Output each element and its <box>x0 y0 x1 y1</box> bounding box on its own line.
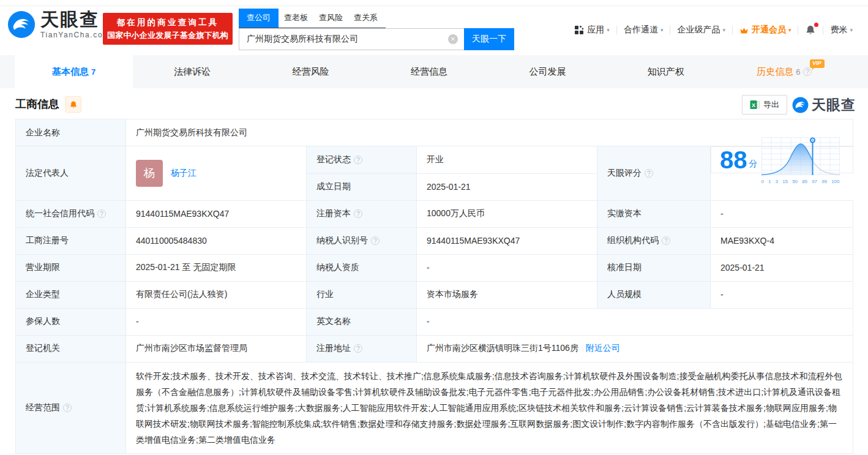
field-label: 登记机关 <box>16 335 126 362</box>
org-code-value: MAE93KXQ-4 <box>711 227 853 254</box>
clear-search-icon[interactable]: ✕ <box>448 34 458 44</box>
field-label: 核准日期 <box>597 254 711 281</box>
tab-history-info[interactable]: VIP 历史信息 6 ? <box>725 55 844 88</box>
help-icon[interactable]: ? <box>645 169 653 178</box>
help-icon[interactable]: ? <box>354 156 362 164</box>
nav-open-membership[interactable]: 开通会员 ▾ <box>733 24 798 36</box>
registration-status-value: 开业 <box>417 146 597 174</box>
field-label: 实缴资本 <box>597 200 711 227</box>
logo-name: 天眼查 <box>40 10 110 29</box>
field-label: 企业类型 <box>16 281 126 308</box>
help-icon[interactable]: ? <box>662 236 670 245</box>
business-term-value: 2025-01-21 至 无固定期限 <box>126 254 307 281</box>
top-nav: 应用 ▾ 合作通道 ▾ 企业级产品 ▾ 开通会员 ▾ <box>568 24 859 36</box>
industry-value: 资本市场服务 <box>417 281 597 308</box>
svg-text:X: X <box>752 102 755 108</box>
tab-count: 7 <box>91 67 95 77</box>
search-tab-boss[interactable]: 查老板 <box>279 9 313 28</box>
field-label: 工商注册号 <box>16 227 126 254</box>
tianyancha-logo-icon <box>792 97 809 113</box>
table-row: 参保人数 - 英文名称 - <box>16 308 853 335</box>
bell-icon <box>69 100 78 109</box>
approval-date-value: 2025-01-21 <box>711 254 853 281</box>
table-row: 工商注册号 440110005484830 纳税人识别号? 91440115MA… <box>16 227 853 254</box>
tab-business-info[interactable]: 经营信息 <box>370 55 488 88</box>
search-input[interactable] <box>239 28 464 50</box>
search-tab-risk[interactable]: 查风险 <box>313 9 348 28</box>
nav-apps[interactable]: 应用 ▾ <box>568 24 616 36</box>
nav-channel-label: 合作通道 <box>624 24 658 36</box>
nav-apps-label: 应用 <box>587 24 604 36</box>
tianyancha-logo[interactable]: 天眼查 TianYanCha.com <box>7 10 110 39</box>
top-divider <box>0 6 868 6</box>
field-label: 行业 <box>307 281 417 308</box>
tab-basic-info[interactable]: 基本信息 7 <box>15 55 133 88</box>
company-type-value: 有限责任公司(法人独资) <box>126 281 307 308</box>
field-label: 注册地址? <box>307 335 417 362</box>
search-tab-company[interactable]: 查公司 <box>239 9 279 28</box>
field-label: 成立日期 <box>307 173 417 200</box>
tianyancha-logo-icon <box>7 10 36 39</box>
nav-channel[interactable]: 合作通道 ▾ <box>617 24 670 36</box>
taxpayer-id-value: 91440115MAE93KXQ47 <box>417 227 597 254</box>
help-icon[interactable]: ? <box>803 67 812 76</box>
nav-user-menu[interactable]: 费米 ▾ <box>823 24 859 36</box>
tab-label: 法律诉讼 <box>174 66 211 78</box>
establish-date-value: 2025-01-21 <box>417 173 597 200</box>
registration-authority-value: 广州市南沙区市场监督管理局 <box>126 335 307 362</box>
field-label: 纳税人资质 <box>307 254 417 281</box>
nav-notifications[interactable] <box>798 24 823 36</box>
business-registration-table: 企业名称 广州期货交易所科技有限公司 法定代表人 杨 杨子江 登记状态? 开业 … <box>15 119 853 454</box>
field-label: 营业期限 <box>16 254 126 281</box>
vip-badge: VIP <box>810 59 825 68</box>
field-label: 纳税人识别号? <box>307 227 417 254</box>
tab-operating-risk[interactable]: 经营风险 <box>252 55 370 88</box>
search-tab-relation[interactable]: 查关系 <box>348 9 383 28</box>
help-icon[interactable]: ? <box>63 404 72 412</box>
nav-enterprise-label: 企业级产品 <box>677 24 720 36</box>
tab-label: 公司发展 <box>529 66 566 78</box>
avatar[interactable]: 杨 <box>136 160 163 187</box>
legal-representative-link[interactable]: 杨子江 <box>171 168 196 179</box>
slogan-line2: 国家中小企业发展子基金旗下机构 <box>103 30 233 41</box>
nav-enterprise[interactable]: 企业级产品 ▾ <box>670 24 732 36</box>
brand-slogan-banner: 都在用的商业查询工具 国家中小企业发展子基金旗下机构 <box>103 13 233 45</box>
credit-code-value: 91440115MAE93KXQ47 <box>126 200 307 227</box>
page-header: 天眼查 TianYanCha.com 都在用的商业查询工具 国家中小企业发展子基… <box>0 0 868 55</box>
field-label: 企业名称 <box>16 119 126 146</box>
nav-member-label: 开通会员 <box>752 24 786 36</box>
chevron-down-icon: ▾ <box>660 27 664 33</box>
field-label: 统一社会信用代码? <box>16 200 126 227</box>
apps-grid-icon <box>575 26 583 34</box>
search-button[interactable]: 天眼一下 <box>464 28 514 50</box>
company-name-value: 广州期货交易所科技有限公司 <box>126 119 853 146</box>
help-icon[interactable]: ? <box>354 344 362 353</box>
registered-address-cell: 广州市南沙区横沥镇明珠三街1号1106房 附近公司 <box>417 335 853 362</box>
help-icon[interactable]: ? <box>371 236 380 245</box>
monitor-bell-button[interactable] <box>65 96 81 113</box>
chevron-down-icon: ▾ <box>850 27 853 33</box>
table-row: 企业名称 广州期货交易所科技有限公司 <box>16 119 853 146</box>
score-distribution-chart: 0131550859799100 <box>761 136 840 184</box>
field-label: 参保人数 <box>16 308 126 335</box>
help-icon[interactable]: ? <box>97 209 106 218</box>
business-scope-value: 软件开发;技术服务、技术开发、技术咨询、技术交流、技术转让、技术推广;信息系统集… <box>126 362 853 453</box>
tab-company-development[interactable]: 公司发展 <box>488 55 607 88</box>
field-label: 法定代表人 <box>16 146 126 201</box>
crown-icon <box>739 26 749 34</box>
tab-legal-proceedings[interactable]: 法律诉讼 <box>133 55 251 88</box>
tab-label: 历史信息 <box>757 66 793 78</box>
table-row: 统一社会信用代码? 91440115MAE93KXQ47 注册资本? 10000… <box>16 200 853 227</box>
export-button[interactable]: X 导出 <box>742 95 787 115</box>
english-name-value: - <box>417 308 853 335</box>
tab-intellectual-property[interactable]: 知识产权 <box>607 55 725 88</box>
registration-number-value: 440110005484830 <box>126 227 307 254</box>
taxpayer-quality-value: - <box>417 254 597 281</box>
nearby-companies-link[interactable]: 附近公司 <box>586 343 620 353</box>
excel-icon: X <box>750 100 760 110</box>
watermark-text: 天眼查 <box>812 96 856 115</box>
help-icon[interactable]: ? <box>354 209 362 218</box>
field-label: 组织机构代码? <box>597 227 711 254</box>
field-label: 经营范围? <box>16 362 126 453</box>
slogan-line1: 都在用的商业查询工具 <box>103 17 233 28</box>
